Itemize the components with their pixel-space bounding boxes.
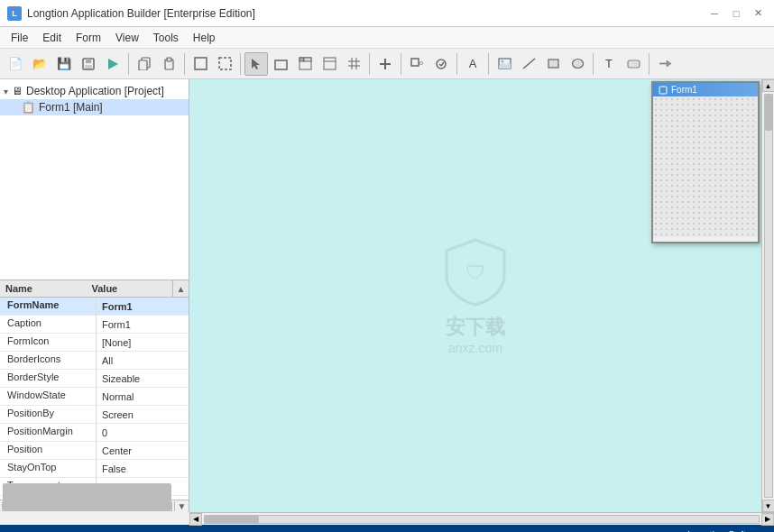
form-preview-label: Form1: [671, 85, 697, 95]
prop-row-bordericons[interactable]: BorderIcons All: [0, 352, 189, 370]
tb-text-field[interactable]: T: [597, 52, 621, 76]
menu-tools[interactable]: Tools: [146, 30, 186, 46]
prop-row-formicon[interactable]: FormIcon [None]: [0, 334, 189, 352]
hscroll-thumb: [205, 516, 259, 523]
prop-name-borderstyle: BorderStyle: [0, 370, 97, 387]
close-button[interactable]: ✕: [749, 5, 767, 23]
vertical-scrollbar[interactable]: ▲ ▼: [761, 79, 774, 512]
svg-rect-5: [139, 60, 147, 70]
props-value-header: Value: [87, 280, 173, 297]
svg-rect-33: [628, 60, 640, 68]
properties-panel: Name Value ▲ FormName Form1 Caption Form…: [0, 280, 189, 512]
frame-button[interactable]: [189, 52, 212, 76]
prop-row-borderstyle[interactable]: BorderStyle Sizeable: [0, 370, 189, 388]
check2-button[interactable]: [429, 52, 453, 76]
line-btn[interactable]: [517, 52, 540, 76]
prop-row-positionmargin[interactable]: PositionMargin 0: [0, 424, 189, 442]
arrow-btn[interactable]: [653, 52, 677, 76]
prop-value-windowstate: Normal: [97, 388, 189, 405]
toolbar: 📄 📂 💾 ok A: [0, 49, 774, 79]
paste-button[interactable]: [157, 52, 180, 76]
prop-name-formicon: FormIcon: [0, 334, 97, 351]
prop-row-positionby[interactable]: PositionBy Screen: [0, 406, 189, 424]
image-btn[interactable]: [493, 52, 516, 76]
tree-project-item[interactable]: ▾ 🖥 Desktop Application [Project]: [0, 83, 189, 99]
grid-button[interactable]: [342, 52, 365, 76]
horizontal-scrollbar[interactable]: ◀ ▶: [189, 512, 774, 525]
sep2: [184, 53, 185, 75]
left-panel: ▾ 🖥 Desktop Application [Project] 📋 Form…: [0, 79, 189, 512]
sep8: [593, 53, 594, 75]
prop-value-stayontop: False: [97, 460, 189, 477]
panel-button[interactable]: [318, 52, 341, 76]
tab-button[interactable]: [293, 52, 317, 76]
main-layout: ▾ 🖥 Desktop Application [Project] 📋 Form…: [0, 79, 774, 512]
svg-rect-1: [86, 59, 91, 63]
hscroll-left-btn[interactable]: ◀: [189, 513, 202, 526]
sep4: [369, 53, 370, 75]
project-folder-icon: 🖥: [12, 85, 23, 97]
svg-rect-9: [219, 58, 231, 69]
svg-rect-8: [195, 58, 207, 69]
menu-help[interactable]: Help: [186, 30, 223, 46]
plus-button[interactable]: [373, 52, 397, 76]
copy-button[interactable]: [133, 52, 156, 76]
svg-point-32: [572, 60, 583, 69]
app-icon: L: [7, 6, 22, 21]
vscroll-track[interactable]: [764, 94, 773, 498]
new-button[interactable]: 📄: [4, 52, 27, 76]
saveall-button[interactable]: [77, 52, 100, 76]
maximize-button[interactable]: □: [727, 5, 745, 23]
menu-bar: File Edit Form View Tools Help: [0, 27, 774, 49]
ellipse-btn[interactable]: [566, 52, 589, 76]
hscroll-right-btn[interactable]: ▶: [761, 513, 774, 526]
select-rect-button[interactable]: [269, 52, 292, 76]
form-icon: 📋: [22, 101, 35, 114]
svg-rect-2: [85, 65, 92, 69]
prop-name-formname: FormName: [0, 298, 97, 315]
svg-rect-13: [299, 58, 304, 61]
prop-row-position[interactable]: Position Center: [0, 442, 189, 460]
props-scrollbar[interactable]: ▼: [0, 500, 189, 512]
project-label: Desktop Application [Project]: [26, 85, 164, 97]
menu-file[interactable]: File: [4, 30, 35, 46]
props-scroll-down[interactable]: ▼: [174, 501, 189, 511]
design-area[interactable]: 🛡 安下载 anxz.com Form1: [189, 79, 761, 512]
app-title: Longtion Application Builder [Enterprise…: [27, 7, 255, 20]
form-preview-title: Form1: [653, 83, 758, 96]
form-label: Form1 [Main]: [39, 101, 103, 114]
watermark-text: 安下载: [446, 314, 505, 341]
svg-text:ok: ok: [419, 60, 423, 66]
svg-marker-10: [252, 59, 260, 69]
minimize-button[interactable]: ─: [705, 5, 723, 23]
menu-edit[interactable]: Edit: [35, 30, 69, 46]
svg-rect-14: [304, 58, 311, 61]
prop-value-positionby: Screen: [97, 406, 189, 423]
prop-row-caption[interactable]: Caption Form1: [0, 316, 189, 334]
prop-row-stayontop[interactable]: StayOnTop False: [0, 460, 189, 478]
menu-form[interactable]: Form: [69, 30, 108, 46]
vscroll-down-btn[interactable]: ▼: [762, 500, 775, 512]
svg-line-27: [441, 62, 444, 66]
rect2-btn[interactable]: [541, 52, 565, 76]
prop-name-positionmargin: PositionMargin: [0, 424, 97, 441]
tb-button[interactable]: [622, 52, 645, 76]
form-preview[interactable]: Form1: [651, 81, 760, 243]
open-button[interactable]: 📂: [28, 52, 51, 76]
vscroll-up-btn[interactable]: ▲: [762, 79, 775, 92]
run-button[interactable]: [101, 52, 124, 76]
tree-form-item[interactable]: 📋 Form1 [Main]: [0, 99, 189, 115]
checkbox-button[interactable]: ok: [405, 52, 428, 76]
prop-row-formname[interactable]: FormName Form1: [0, 298, 189, 316]
text-button[interactable]: A: [461, 52, 484, 76]
dashed-frame-button[interactable]: [213, 52, 236, 76]
save-button[interactable]: 💾: [52, 52, 76, 76]
prop-row-windowstate[interactable]: WindowState Normal: [0, 388, 189, 406]
hscroll-track[interactable]: [204, 515, 760, 524]
title-bar-left: L Longtion Application Builder [Enterpri…: [7, 6, 255, 21]
menu-view[interactable]: View: [108, 30, 146, 46]
props-scroll-up[interactable]: ▲: [172, 280, 189, 297]
pointer-tool[interactable]: [244, 52, 268, 76]
svg-rect-15: [324, 58, 336, 69]
project-tree: ▾ 🖥 Desktop Application [Project] 📋 Form…: [0, 79, 189, 280]
